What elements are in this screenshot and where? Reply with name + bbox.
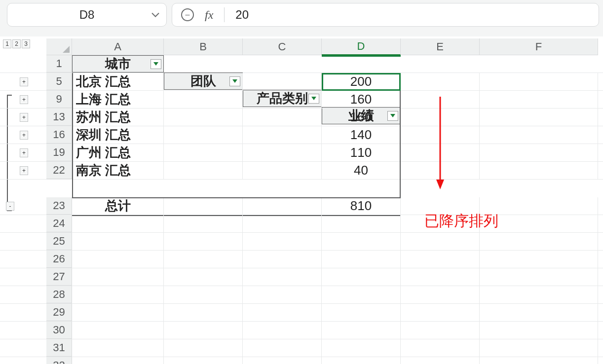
col-A[interactable]: A (72, 38, 164, 55)
cell[interactable] (401, 286, 480, 303)
name-box[interactable]: D8 (7, 3, 167, 27)
cell[interactable] (480, 233, 598, 250)
expand-icon[interactable]: + (20, 166, 28, 175)
cell[interactable] (72, 286, 164, 303)
cell-city[interactable]: 深圳 汇总 (72, 126, 164, 144)
cell-city[interactable]: 南京 汇总 (72, 162, 164, 179)
cell-F23[interactable] (480, 197, 598, 215)
outline-level-2[interactable]: 2 (12, 39, 21, 48)
cell[interactable] (401, 126, 480, 144)
cell[interactable] (164, 304, 243, 321)
cell[interactable] (72, 304, 164, 321)
cell[interactable] (322, 304, 401, 321)
fx-icon[interactable]: fx (205, 8, 213, 22)
cell[interactable] (322, 215, 401, 232)
cell[interactable] (401, 73, 480, 90)
row-head-1[interactable]: 1 (46, 55, 72, 73)
cell[interactable] (243, 162, 322, 179)
header-city[interactable]: 城市 (72, 55, 164, 73)
cell[interactable] (164, 357, 243, 364)
cell-E23[interactable] (401, 197, 480, 215)
cell-value[interactable]: 160 (322, 109, 401, 126)
cell[interactable] (480, 268, 598, 286)
cell[interactable] (480, 339, 598, 357)
cell[interactable] (164, 91, 243, 108)
cell[interactable] (480, 91, 598, 108)
cancel-formula-icon[interactable]: – (181, 8, 194, 21)
cell[interactable] (480, 162, 598, 179)
cell[interactable] (480, 144, 598, 161)
cell[interactable] (401, 109, 480, 126)
cell[interactable] (480, 215, 598, 232)
row-head[interactable]: 28 (46, 286, 72, 303)
cell[interactable] (401, 304, 480, 321)
cell[interactable] (401, 339, 480, 357)
cell[interactable] (164, 73, 243, 90)
cell[interactable] (72, 357, 164, 364)
cell[interactable] (243, 322, 322, 339)
row-head[interactable]: 13 (46, 109, 72, 126)
col-E[interactable]: E (401, 38, 480, 55)
cell[interactable] (401, 215, 480, 232)
collapse-icon[interactable]: - (6, 202, 14, 211)
cell[interactable] (164, 109, 243, 126)
cell[interactable] (480, 322, 598, 339)
filter-icon[interactable] (151, 59, 161, 69)
select-all-cell[interactable] (46, 38, 72, 55)
cell-city[interactable]: 北京 汇总 (72, 73, 164, 90)
cell[interactable] (401, 268, 480, 286)
cell[interactable] (243, 215, 322, 232)
cell[interactable] (243, 286, 322, 303)
cell[interactable] (164, 322, 243, 339)
cell[interactable] (480, 286, 598, 303)
cell[interactable] (243, 304, 322, 321)
cell[interactable] (322, 268, 401, 286)
cell[interactable] (243, 91, 322, 108)
cell[interactable] (322, 286, 401, 303)
cell-value[interactable]: 110 (322, 144, 401, 161)
cell-value[interactable]: 200 (322, 73, 401, 90)
row-head[interactable]: 31 (46, 339, 72, 357)
cell[interactable] (480, 357, 598, 364)
row-head[interactable]: 26 (46, 251, 72, 268)
cell[interactable] (164, 339, 243, 357)
total-label[interactable]: 总计 (72, 197, 164, 215)
row-head[interactable]: 16 (46, 126, 72, 144)
row-head[interactable]: 30 (46, 322, 72, 339)
row-head[interactable]: 9 (46, 91, 72, 108)
expand-icon[interactable]: + (20, 77, 28, 86)
cell[interactable] (401, 322, 480, 339)
cell[interactable] (401, 251, 480, 268)
expand-icon[interactable]: + (20, 113, 28, 122)
cell[interactable] (243, 109, 322, 126)
row-head[interactable]: 25 (46, 233, 72, 250)
cell[interactable] (72, 268, 164, 286)
cell[interactable] (164, 286, 243, 303)
cell[interactable] (164, 233, 243, 250)
cell-value[interactable]: 160 (322, 91, 401, 108)
cell-C23[interactable] (243, 197, 322, 215)
cell[interactable] (243, 233, 322, 250)
row-head[interactable]: 32 (46, 357, 72, 364)
cell-B23[interactable] (164, 197, 243, 215)
cell[interactable] (164, 144, 243, 161)
cell[interactable] (164, 162, 243, 179)
cell[interactable] (322, 357, 401, 364)
cell[interactable] (72, 233, 164, 250)
outline-level-3[interactable]: 3 (22, 39, 30, 48)
cell[interactable] (322, 339, 401, 357)
row-head[interactable]: 22 (46, 162, 72, 179)
cell-value[interactable]: 40 (322, 162, 401, 179)
cell[interactable] (164, 215, 243, 232)
cell[interactable] (243, 126, 322, 144)
row-head[interactable]: 27 (46, 268, 72, 286)
cell[interactable] (72, 322, 164, 339)
cell[interactable] (322, 251, 401, 268)
outline-level-1[interactable]: 1 (3, 39, 11, 48)
cell[interactable] (480, 109, 598, 126)
cell[interactable] (243, 339, 322, 357)
col-B[interactable]: B (164, 38, 243, 55)
cell[interactable] (243, 268, 322, 286)
cell[interactable] (401, 162, 480, 179)
cell[interactable] (401, 144, 480, 161)
